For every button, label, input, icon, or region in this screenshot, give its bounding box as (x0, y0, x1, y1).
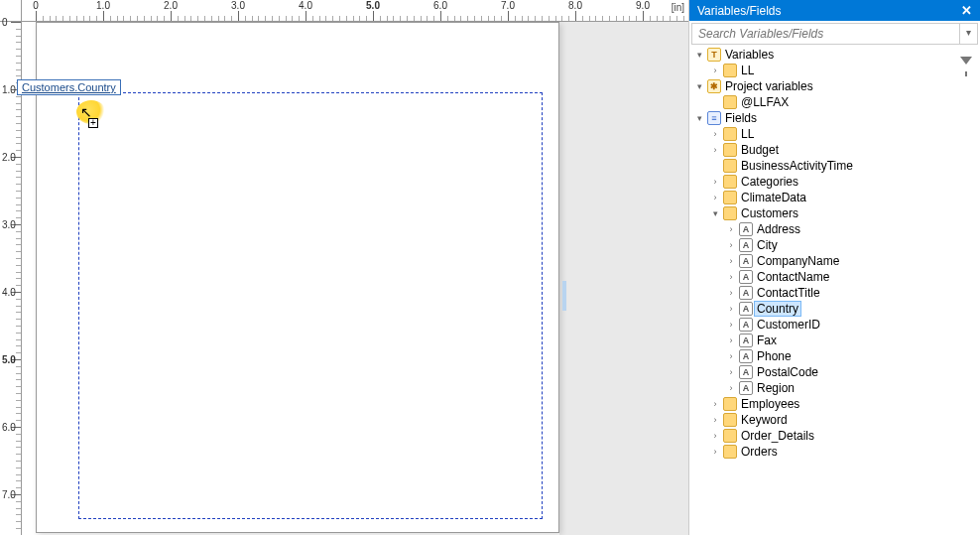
folder-icon (723, 95, 737, 109)
folder-icon (723, 429, 737, 443)
canvas-background (559, 22, 688, 535)
text-field-icon: A (739, 254, 753, 268)
filter-icon[interactable] (960, 57, 972, 65)
tree-node-ll[interactable]: ›LL (691, 126, 978, 142)
expander-icon[interactable]: › (725, 272, 737, 282)
tree-field-address[interactable]: ›AAddress (691, 221, 978, 237)
tree-label: Project variables (723, 79, 815, 93)
folder-icon (723, 397, 737, 411)
search-input[interactable] (692, 24, 959, 44)
tree-field-customerid[interactable]: ›ACustomerID (691, 317, 978, 333)
expander-icon[interactable]: › (709, 129, 721, 139)
expander-icon[interactable]: › (709, 447, 721, 457)
text-field-icon: A (739, 222, 753, 236)
tree-label: ContactTitle (755, 286, 822, 300)
expander-icon[interactable]: › (709, 145, 721, 155)
tree-label: PostalCode (755, 365, 820, 379)
text-field-icon: A (739, 238, 753, 252)
tree-label: CompanyName (755, 254, 841, 268)
tree-node-variables[interactable]: ▾TVariables (691, 47, 978, 63)
expander-icon[interactable]: › (725, 367, 737, 377)
text-field-icon: A (739, 270, 753, 284)
project-vars-icon: ✱ (707, 79, 721, 93)
expander-icon[interactable]: › (709, 431, 721, 441)
ruler-horizontal: [in] 01.02.03.04.05.06.07.08.09.0 (22, 0, 688, 22)
tree-label: Region (755, 381, 796, 395)
tree-field-fax[interactable]: ›AFax (691, 333, 978, 348)
tree-field-region[interactable]: ›ARegion (691, 380, 978, 396)
tree-node-businessactivitytime[interactable]: BusinessActivityTime (691, 158, 978, 174)
tree-label: LL (739, 127, 756, 141)
expander-icon[interactable]: › (725, 351, 737, 361)
tree-field-country[interactable]: ›ACountry (691, 301, 978, 317)
expander-icon[interactable]: › (725, 320, 737, 330)
tree-node-project-variables[interactable]: ▾✱Project variables (691, 78, 978, 94)
variables-tree[interactable]: ▾TVariables›LL▾✱Project variables@LLFAX▾… (689, 47, 980, 535)
tree-node-customers[interactable]: ▾Customers (691, 205, 978, 221)
tree-node-order-details[interactable]: ›Order_Details (691, 428, 978, 444)
folder-icon (723, 175, 737, 189)
expander-icon[interactable]: › (725, 224, 737, 234)
tree-node-ll[interactable]: ›LL (691, 63, 978, 78)
folder-icon (723, 64, 737, 77)
tree-label: @LLFAX (739, 95, 791, 109)
report-page[interactable]: Customers.Country ↖ + (36, 22, 559, 533)
folder-icon (723, 413, 737, 427)
folder-icon (723, 445, 737, 459)
tree-node-orders[interactable]: ›Orders (691, 444, 978, 460)
tree-field-postalcode[interactable]: ›APostalCode (691, 364, 978, 380)
search-dropdown-button[interactable]: ▾ (959, 24, 977, 44)
text-field-icon: A (739, 381, 753, 395)
expander-icon[interactable]: › (709, 193, 721, 202)
tree-field-contacttitle[interactable]: ›AContactTitle (691, 285, 978, 301)
expander-icon[interactable]: › (725, 256, 737, 266)
expander-icon[interactable]: ▾ (693, 113, 705, 123)
tree-field-phone[interactable]: ›APhone (691, 348, 978, 364)
text-field-icon: A (739, 302, 753, 316)
expander-icon[interactable]: › (725, 288, 737, 298)
expander-icon[interactable]: › (709, 177, 721, 187)
tree-label: Fields (723, 111, 759, 125)
expander-icon[interactable]: ▾ (693, 50, 705, 60)
expander-icon[interactable]: › (725, 240, 737, 250)
content-frame[interactable] (78, 92, 543, 519)
variables-fields-panel: Variables/Fields ✕ ▾ ▾TVariables›LL▾✱Pro… (688, 0, 980, 535)
tree-label: Address (755, 222, 802, 236)
expander-icon[interactable]: › (709, 415, 721, 425)
expander-icon[interactable]: › (725, 304, 737, 314)
expander-icon[interactable]: › (725, 335, 737, 345)
tree-node-keyword[interactable]: ›Keyword (691, 412, 978, 428)
folder-icon (723, 206, 737, 220)
tree-field-companyname[interactable]: ›ACompanyName (691, 253, 978, 269)
panel-search: ▾ (691, 23, 978, 45)
page-resize-handle[interactable] (562, 281, 566, 311)
tree-node-employees[interactable]: ›Employees (691, 396, 978, 412)
folder-icon (723, 159, 737, 173)
expander-icon[interactable]: › (709, 66, 721, 75)
panel-close-button[interactable]: ✕ (961, 3, 972, 18)
tree-label: Fax (755, 334, 779, 347)
tree-label: Customers (739, 206, 800, 220)
tree-label: Country (755, 302, 800, 316)
tree-node-categories[interactable]: ›Categories (691, 174, 978, 190)
text-field-icon: A (739, 365, 753, 379)
tree-label: CustomerID (755, 318, 822, 332)
tree-node-fields[interactable]: ▾≡Fields (691, 110, 978, 126)
tree-field-contactname[interactable]: ›AContactName (691, 269, 978, 285)
tree-node-llfax[interactable]: @LLFAX (691, 94, 978, 110)
design-canvas[interactable]: [in] 01.02.03.04.05.06.07.08.09.0 01.02.… (0, 0, 688, 535)
expander-icon[interactable]: ▾ (709, 208, 721, 218)
tree-label: LL (739, 64, 756, 77)
ruler-unit-label: [in] (672, 2, 684, 13)
tree-node-climatedata[interactable]: ›ClimateData (691, 190, 978, 205)
expander-icon[interactable]: ▾ (693, 81, 705, 91)
expander-icon[interactable]: › (725, 383, 737, 393)
fields-icon: ≡ (707, 111, 721, 125)
tree-label: Keyword (739, 413, 790, 427)
variables-icon: T (707, 48, 721, 62)
drag-tooltip: Customers.Country (17, 79, 121, 95)
tree-field-city[interactable]: ›ACity (691, 237, 978, 253)
panel-header[interactable]: Variables/Fields ✕ (689, 0, 980, 21)
tree-node-budget[interactable]: ›Budget (691, 142, 978, 158)
expander-icon[interactable]: › (709, 399, 721, 409)
